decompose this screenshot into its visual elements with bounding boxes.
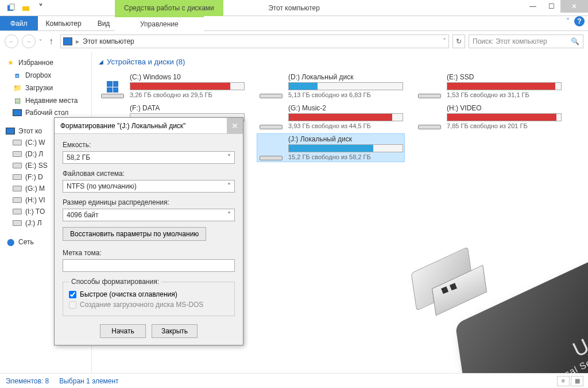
drive-space-text: 7,85 ГБ свободно из 201 ГБ	[447, 122, 562, 129]
status-selection: Выбран 1 элемент	[59, 377, 118, 385]
filesystem-label: Файловая система:	[63, 170, 235, 178]
drive-name: (F:) DATA	[130, 104, 245, 112]
drive-tile[interactable]: (D:) Локальный диск5,13 ГБ свободно из 6…	[257, 72, 404, 99]
drive-space-bar	[447, 113, 562, 121]
minimize-button[interactable]: —	[524, 0, 542, 13]
filesystem-select[interactable]: NTFS (по умолчанию)˅	[63, 180, 235, 193]
this-pc-icon	[63, 37, 72, 45]
msdos-boot-checkbox: Создание загрузочного диска MS-DOS	[69, 301, 229, 309]
drive-name: (E:) SSD	[447, 73, 562, 81]
properties-icon[interactable]	[5, 2, 17, 14]
details-view-button[interactable]: ≡	[557, 376, 570, 386]
desktop-icon	[13, 109, 22, 116]
drive-name: (C:) Windows 10	[130, 73, 245, 81]
drive-icon	[258, 73, 284, 98]
close-dialog-button[interactable]: Закрыть	[152, 324, 198, 338]
refresh-button[interactable]: ↻	[452, 34, 465, 48]
drive-space-text: 1,53 ГБ свободно из 31,1 ГБ	[447, 91, 562, 98]
window-controls: — ☐ ✕	[524, 0, 588, 13]
search-input[interactable]: Поиск: Этот компьютер 🔍	[469, 34, 583, 48]
drive-icon	[258, 135, 284, 160]
chevron-down-icon: ˅	[227, 211, 231, 219]
volume-label-label: Метка тома:	[63, 249, 235, 257]
tiles-view-button[interactable]: ▦	[571, 376, 583, 386]
tab-computer[interactable]: Компьютер	[38, 16, 90, 30]
drive-tile[interactable]: (G:) Music-23,93 ГБ свободно из 44,5 ГБ	[257, 103, 404, 130]
address-input[interactable]: ▸ Этот компьютер ˅	[60, 34, 449, 48]
drive-space-text: 5,13 ГБ свободно из 6,83 ГБ	[288, 91, 403, 98]
tab-manage[interactable]: Управление	[115, 16, 204, 31]
drive-icon	[13, 220, 22, 226]
drive-icon	[13, 163, 22, 168]
dialog-title: Форматирование "(J:) Локальный диск"	[60, 122, 185, 130]
drive-space-bar	[288, 82, 403, 90]
search-icon: 🔍	[571, 37, 579, 45]
drive-name: (H:) VIDEO	[447, 104, 562, 112]
drive-tile[interactable]: (E:) SSD1,53 ГБ свободно из 31,1 ГБ	[416, 72, 563, 99]
new-folder-icon[interactable]	[20, 2, 32, 14]
drive-icon	[417, 73, 442, 98]
drive-icon	[13, 197, 22, 203]
start-button[interactable]: Начать	[100, 324, 146, 338]
up-button[interactable]: ↑	[45, 36, 57, 47]
ribbon-tabs: Файл Компьютер Вид Управление ˅ ?	[0, 16, 588, 31]
drive-space-text: 15,2 ГБ свободно из 58,2 ГБ	[288, 153, 403, 160]
drive-icon	[13, 174, 22, 180]
ribbon-collapse-icon[interactable]: ˅	[566, 17, 570, 25]
qat-dropdown-icon[interactable]: ˅	[34, 2, 47, 14]
usb-illustration: USB Universal Serial Bus	[350, 236, 588, 374]
back-button[interactable]: ←	[5, 34, 18, 48]
chevron-down-icon: ˅	[227, 153, 231, 162]
capacity-select[interactable]: 58,2 ГБ˅	[63, 151, 235, 164]
sidebar-dropbox[interactable]: ⧈Dropbox	[0, 69, 91, 82]
drive-tools-context-tab[interactable]: Средства работы с дисками	[115, 0, 223, 16]
dropbox-icon: ⧈	[13, 71, 22, 80]
status-item-count: Элементов: 8	[6, 377, 49, 385]
address-dropdown-icon[interactable]: ˅	[443, 37, 446, 45]
allocation-select[interactable]: 4096 байт˅	[63, 209, 235, 221]
format-options-group: Способы форматирования: Быстрое (очистка…	[63, 278, 235, 316]
drive-name: (J:) Локальный диск	[288, 135, 403, 143]
svg-rect-1	[10, 4, 14, 10]
devices-group-header[interactable]: ◢ Устройства и диски (8)	[99, 57, 581, 66]
drive-icon	[13, 140, 22, 145]
sidebar-favorites[interactable]: ★Избранное	[0, 56, 91, 69]
format-options-legend: Способы форматирования:	[69, 278, 161, 286]
maximize-button[interactable]: ☐	[542, 0, 560, 13]
tab-view[interactable]: Вид	[90, 16, 118, 30]
drive-space-bar	[130, 82, 245, 90]
history-dropdown-icon[interactable]: ˅	[39, 39, 42, 45]
help-icon[interactable]: ?	[574, 16, 585, 26]
status-bar: Элементов: 8 Выбран 1 элемент ≡ ▦	[0, 373, 588, 388]
dialog-close-button[interactable]: ✕	[227, 118, 243, 134]
address-location: Этот компьютер	[83, 37, 134, 45]
sidebar-desktop[interactable]: Рабочий стол	[0, 107, 91, 118]
drive-icon	[13, 186, 22, 191]
sidebar-downloads[interactable]: 📁Загрузки	[0, 82, 91, 94]
collapse-icon: ◢	[99, 59, 103, 65]
dialog-titlebar[interactable]: Форматирование "(J:) Локальный диск" ✕	[55, 118, 243, 134]
quick-format-checkbox[interactable]: Быстрое (очистка оглавления)	[69, 290, 229, 298]
drive-tile[interactable]: (J:) Локальный диск15,2 ГБ свободно из 5…	[257, 134, 404, 162]
drive-name: (D:) Локальный диск	[288, 73, 403, 81]
tab-file[interactable]: Файл	[0, 16, 38, 30]
forward-button[interactable]: →	[22, 34, 36, 48]
drive-space-text: 3,93 ГБ свободно из 44,5 ГБ	[288, 122, 403, 129]
drive-space-bar	[288, 113, 403, 121]
drive-icon	[258, 104, 284, 129]
chevron-down-icon: ˅	[227, 182, 231, 190]
drive-tile[interactable]: (H:) VIDEO7,85 ГБ свободно из 201 ГБ	[416, 103, 563, 130]
volume-label-input[interactable]	[63, 259, 235, 272]
sidebar-recent[interactable]: ▤Недавние места	[0, 94, 91, 107]
format-dialog: Форматирование "(J:) Локальный диск" ✕ Е…	[54, 117, 243, 345]
drive-tile[interactable]: (C:) Windows 103,26 ГБ свободно из 29,5 …	[99, 72, 246, 99]
drive-icon	[13, 209, 22, 214]
restore-defaults-button[interactable]: Восстановить параметры по умолчанию	[63, 227, 206, 241]
drive-icon	[13, 151, 22, 157]
drive-name: (G:) Music-2	[288, 104, 403, 112]
close-button[interactable]: ✕	[560, 0, 588, 13]
windows-logo-icon	[107, 81, 118, 93]
drive-space-bar	[447, 82, 562, 90]
network-icon: ⬤	[6, 237, 15, 247]
svg-rect-2	[22, 6, 29, 11]
